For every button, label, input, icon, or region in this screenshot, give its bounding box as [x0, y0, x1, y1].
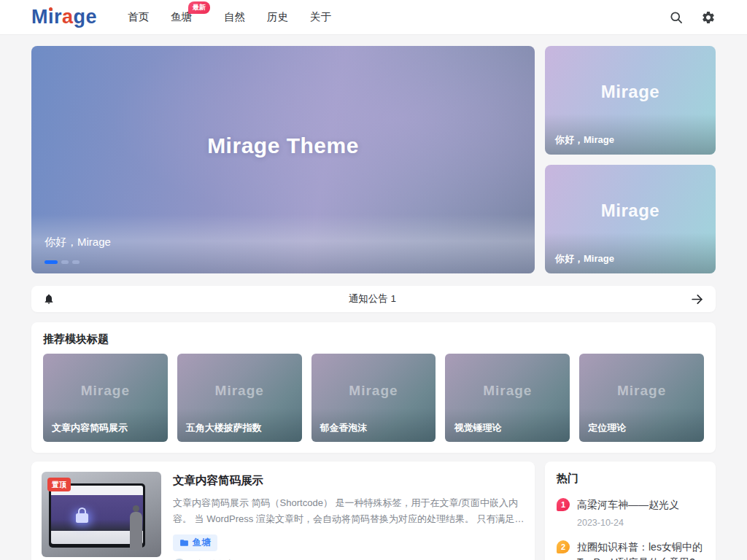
- carousel-dot[interactable]: [72, 260, 80, 264]
- recommended-card[interactable]: Mirage 定位理论: [579, 354, 704, 442]
- hero-title: Mirage Theme: [31, 133, 535, 158]
- hot-sidebar: 热门 1 高梁河车神——赵光义 2023-10-24 2 拉圈知识科普：les女…: [545, 462, 716, 560]
- notice-bar[interactable]: 通知公告 1: [31, 286, 716, 312]
- main-menu: 首页 鱼塘最新 自然 历史 关于: [128, 10, 331, 24]
- hot-item-title[interactable]: 高梁河车神——赵光义: [577, 497, 679, 512]
- lock-icon: [76, 513, 88, 523]
- side-banner-title: Mirage: [545, 82, 716, 102]
- card-caption: 视觉锤理论: [454, 421, 501, 435]
- rank-badge: 2: [557, 540, 570, 553]
- bell-icon: [43, 293, 55, 305]
- carousel-dot-active[interactable]: [44, 260, 58, 264]
- rank-badge: 1: [557, 498, 570, 511]
- card-watermark: Mirage: [579, 383, 704, 399]
- card-watermark: Mirage: [445, 383, 570, 399]
- nav-item-fishpond[interactable]: 鱼塘最新: [171, 10, 192, 24]
- article-title[interactable]: 文章内容简码展示: [173, 473, 525, 489]
- site-logo[interactable]: Mirage: [31, 7, 97, 27]
- recommended-card[interactable]: Mirage 视觉锤理论: [445, 354, 570, 442]
- article-thumbnail: 置顶: [42, 472, 161, 557]
- card-watermark: Mirage: [177, 383, 302, 399]
- side-banner-card[interactable]: Mirage 你好，Mirage: [545, 46, 716, 155]
- hero-carousel-slide[interactable]: Mirage Theme 你好，Mirage: [31, 46, 535, 273]
- gear-icon[interactable]: [701, 10, 716, 25]
- hot-item-date: 2023-10-24: [577, 518, 679, 528]
- card-caption: 文章内容简码展示: [52, 421, 128, 435]
- logo-letter: r: [54, 6, 62, 28]
- nav-item-about[interactable]: 关于: [310, 10, 331, 24]
- card-watermark: Mirage: [43, 383, 168, 399]
- category-label: 鱼塘: [193, 537, 211, 549]
- recommended-card[interactable]: Mirage 五角大楼披萨指数: [177, 354, 302, 442]
- arrow-right-icon[interactable]: [690, 292, 704, 306]
- side-banner-card[interactable]: Mirage 你好，Mirage: [545, 165, 716, 273]
- hot-item-title[interactable]: 拉圈知识科普：les女铜中的T、P、H到底是什么意思?: [577, 540, 704, 560]
- notice-text: 通知公告 1: [55, 292, 690, 306]
- recommended-section: 推荐模块标题 Mirage 文章内容简码展示 Mirage 五角大楼披萨指数 M…: [31, 322, 716, 453]
- logo-letter: a: [62, 6, 74, 28]
- hot-list-item[interactable]: 1 高梁河车神——赵光义 2023-10-24: [557, 497, 704, 528]
- logo-letter: i: [48, 6, 54, 28]
- side-banner-caption: 你好，Mirage: [555, 133, 614, 147]
- folder-icon: [179, 538, 189, 548]
- hot-list-item[interactable]: 2 拉圈知识科普：les女铜中的T、P、H到底是什么意思?: [557, 540, 704, 560]
- hot-section-title: 热门: [557, 472, 704, 486]
- hero-caption: 你好，Mirage: [44, 236, 111, 249]
- nav-item-home[interactable]: 首页: [128, 10, 149, 24]
- logo-letter: e: [86, 6, 98, 28]
- article-excerpt: 文章内容简码展示 简码（Shortcode） 是一种特殊标签，用于在文章/页面中…: [173, 495, 525, 527]
- side-banner-caption: 你好，Mirage: [555, 252, 614, 265]
- card-watermark: Mirage: [311, 383, 436, 399]
- recommended-card[interactable]: Mirage 文章内容简码展示: [43, 354, 168, 442]
- nav-item-nature[interactable]: 自然: [224, 10, 245, 24]
- article-list-item[interactable]: 置顶 文章内容简码展示 文章内容简码展示 简码（Shortcode） 是一种特殊…: [31, 462, 535, 560]
- thumbnail-person-graphic: [130, 512, 142, 550]
- card-caption: 郁金香泡沫: [320, 421, 368, 435]
- carousel-dot[interactable]: [61, 260, 69, 264]
- card-caption: 定位理论: [588, 421, 626, 435]
- category-tag[interactable]: 鱼塘: [173, 534, 217, 551]
- new-badge: 最新: [188, 1, 210, 14]
- card-caption: 五角大楼披萨指数: [186, 421, 262, 435]
- search-icon[interactable]: [669, 10, 684, 25]
- carousel-indicators: [44, 260, 80, 264]
- nav-item-history[interactable]: 历史: [267, 10, 288, 24]
- side-banner-title: Mirage: [545, 201, 716, 221]
- logo-letter: M: [31, 6, 48, 28]
- logo-letter: g: [74, 6, 86, 28]
- hero-section: Mirage Theme 你好，Mirage Mirage 你好，Mirage …: [31, 46, 716, 273]
- top-navbar: Mirage 首页 鱼塘最新 自然 历史 关于: [0, 0, 747, 35]
- recommended-card[interactable]: Mirage 郁金香泡沫: [311, 354, 436, 442]
- pinned-badge: 置顶: [47, 478, 71, 491]
- recommended-title: 推荐模块标题: [43, 332, 704, 346]
